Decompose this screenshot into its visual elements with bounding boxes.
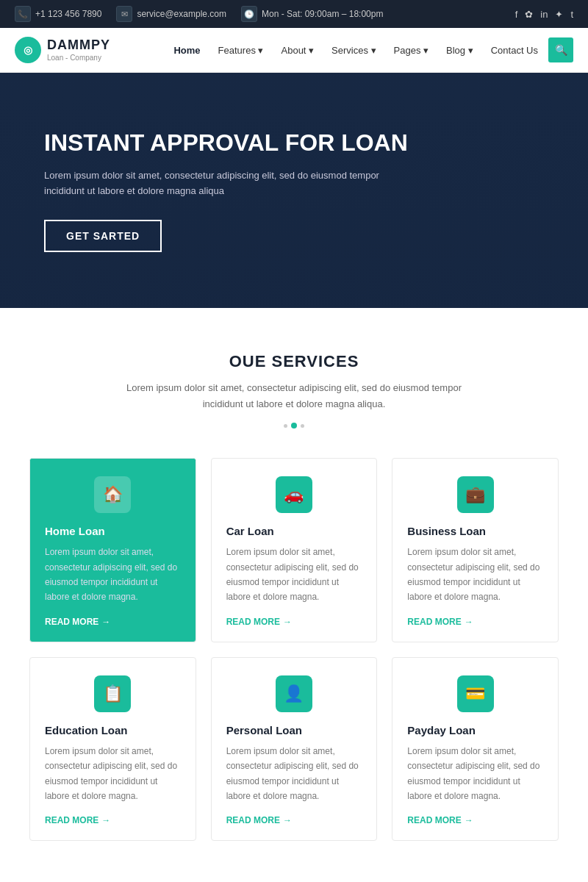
education-loan-icon: 📋 [94,675,131,712]
service-card-car: 🚗 Car Loan Lorem ipsum dolor sit amet, c… [211,458,378,642]
read-more-home[interactable]: READ MORE → [45,617,181,627]
service-text-payday: Lorem ipsum dolor sit amet, consectetur … [407,744,543,804]
logo-icon: ◎ [15,37,41,63]
email-icon: ✉ [116,6,132,22]
services-divider [29,423,559,429]
service-body-education: Education Loan Lorem ipsum dolor sit ame… [30,724,196,826]
service-card-education: 📋 Education Loan Lorem ipsum dolor sit a… [29,657,196,842]
service-title-business: Business Loan [407,525,543,537]
top-bar-left: 📞 +1 123 456 7890 ✉ service@example.com … [15,6,383,22]
top-bar: 📞 +1 123 456 7890 ✉ service@example.com … [0,0,588,28]
read-more-business[interactable]: READ MORE → [407,617,543,627]
read-more-payday[interactable]: READ MORE → [407,815,543,825]
car-loan-icon: 🚗 [276,476,312,513]
service-text-car: Lorem ipsum dolor sit amet, consectetur … [226,545,362,605]
business-hours: Mon - Sat: 09:00am – 18:00pm [262,9,383,19]
read-more-personal[interactable]: READ MORE → [226,815,362,825]
service-text-home: Lorem ipsum dolor sit amet, consectetur … [45,545,181,605]
social-links: f ✿ in ✦ t [515,9,573,20]
service-title-payday: Payday Loan [407,724,543,736]
service-body-personal: Personal Loan Lorem ipsum dolor sit amet… [212,724,377,826]
nav-blog[interactable]: Blog ▾ [439,40,481,60]
services-subtitle: Lorem ipsum dolor sit amet, consectetur … [125,380,463,412]
logo-text: DAMMPY Loan - Company [47,37,110,62]
payday-loan-icon: 💳 [457,675,494,712]
brand-tagline: Loan - Company [47,54,110,62]
service-card-personal: 👤 Personal Loan Lorem ipsum dolor sit am… [211,657,378,842]
service-body-home: Home Loan Lorem ipsum dolor sit amet, co… [30,525,196,627]
business-loan-icon: 💼 [457,476,494,513]
phone-icon: 📞 [15,6,31,22]
services-title: OUE SERVICES [29,352,559,371]
read-more-car[interactable]: READ MORE → [226,617,362,627]
hero-section: INSTANT APPROVAL FOR LOAN Lorem ipsum do… [0,73,588,308]
nav-contact[interactable]: Contact Us [484,40,545,60]
service-card-business: 💼 Business Loan Lorem ipsum dolor sit am… [392,458,559,642]
instagram-icon[interactable]: in [540,9,548,20]
brand-name: DAMMPY [47,37,110,54]
service-icon-wrap-personal: 👤 [212,658,377,724]
service-text-business: Lorem ipsum dolor sit amet, consectetur … [407,545,543,605]
service-title-education: Education Loan [45,724,181,736]
service-title-personal: Personal Loan [226,724,362,736]
nav-features[interactable]: Features ▾ [211,40,271,60]
home-loan-icon: 🏠 [94,476,131,513]
hero-cta-button[interactable]: GET SARTED [44,220,162,252]
divider-dot-1 [284,424,287,428]
service-body-payday: Payday Loan Lorem ipsum dolor sit amet, … [392,724,558,826]
email-item: ✉ service@example.com [116,6,226,22]
nav-home[interactable]: Home [166,40,207,60]
hero-description: Lorem ipsum dolor sit amet, consectetur … [44,168,412,199]
service-icon-wrap-car: 🚗 [212,459,377,525]
service-title-home: Home Loan [45,525,181,537]
service-text-education: Lorem ipsum dolor sit amet, consectetur … [45,744,181,804]
clock-icon: 🕒 [241,6,257,22]
service-title-car: Car Loan [226,525,362,537]
service-card-home: 🏠 Home Loan Lorem ipsum dolor sit amet, … [29,458,196,642]
service-icon-wrap-payday: 💳 [392,658,558,724]
email-address: service@example.com [137,9,226,19]
nav-about[interactable]: About ▾ [274,40,322,60]
phone-number: +1 123 456 7890 [35,9,101,19]
nav-pages[interactable]: Pages ▾ [387,40,436,60]
search-button[interactable]: 🔍 [548,37,573,62]
read-more-education[interactable]: READ MORE → [45,815,181,825]
services-grid: 🏠 Home Loan Lorem ipsum dolor sit amet, … [29,458,559,841]
navbar: ◎ DAMMPY Loan - Company Home Features ▾ … [0,28,588,73]
service-text-personal: Lorem ipsum dolor sit amet, consectetur … [226,744,362,804]
hero-content: INSTANT APPROVAL FOR LOAN Lorem ipsum do… [44,129,412,252]
phone-item: 📞 +1 123 456 7890 [15,6,101,22]
service-body-business: Business Loan Lorem ipsum dolor sit amet… [392,525,558,627]
nav-links: Home Features ▾ About ▾ Services ▾ Pages… [166,37,573,62]
service-icon-wrap-home: 🏠 [30,459,196,525]
service-icon-wrap-education: 📋 [30,658,196,724]
pinterest-icon[interactable]: ✿ [525,9,533,20]
facebook-icon[interactable]: f [515,9,518,20]
divider-dot-2 [291,423,297,429]
service-card-payday: 💳 Payday Loan Lorem ipsum dolor sit amet… [392,657,559,842]
service-icon-wrap-business: 💼 [392,459,558,525]
hours-item: 🕒 Mon - Sat: 09:00am – 18:00pm [241,6,383,22]
personal-loan-icon: 👤 [276,675,312,712]
hero-title: INSTANT APPROVAL FOR LOAN [44,129,412,157]
nav-services[interactable]: Services ▾ [324,40,383,60]
logo: ◎ DAMMPY Loan - Company [15,37,110,63]
twitter-icon[interactable]: t [570,9,573,20]
services-section: OUE SERVICES Lorem ipsum dolor sit amet,… [0,308,588,882]
divider-dot-3 [301,424,304,428]
star-icon[interactable]: ✦ [555,9,563,20]
service-body-car: Car Loan Lorem ipsum dolor sit amet, con… [212,525,377,627]
